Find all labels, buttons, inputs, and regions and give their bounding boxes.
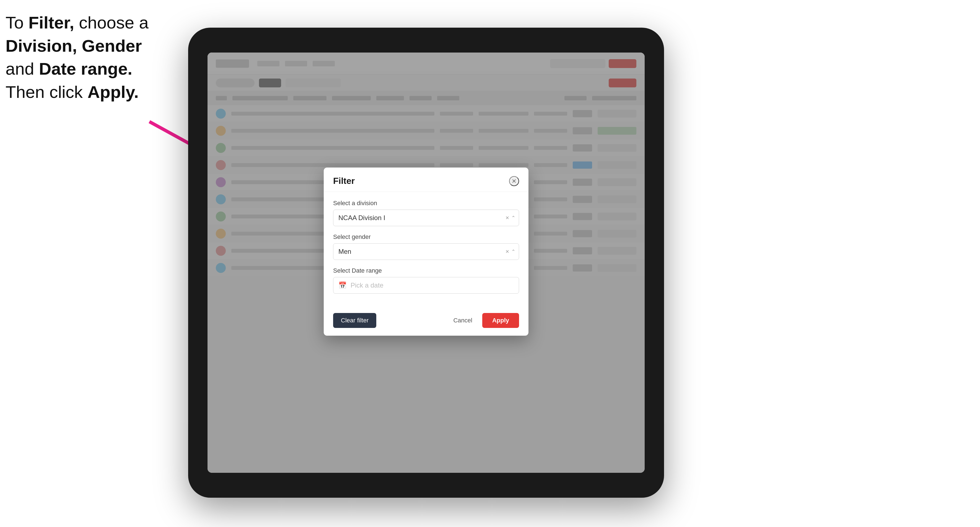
date-label: Select Date range xyxy=(333,267,519,274)
gender-form-group: Select gender Men × ⌃ xyxy=(333,233,519,260)
division-select[interactable]: NCAA Division I × ⌃ xyxy=(333,210,519,226)
division-label: Select a division xyxy=(333,200,519,207)
gender-select-icons: × ⌃ xyxy=(506,249,515,255)
division-form-group: Select a division NCAA Division I × ⌃ xyxy=(333,200,519,226)
modal-header: Filter × xyxy=(324,168,528,192)
division-select-icons: × ⌃ xyxy=(506,215,515,221)
annotation-bold-date: Date range. xyxy=(39,59,132,78)
modal-close-button[interactable]: × xyxy=(509,176,519,186)
tablet-screen: Filter × Select a division NCAA Division… xyxy=(207,52,645,473)
date-form-group: Select Date range 📅 Pick a date xyxy=(333,267,519,294)
division-clear-icon[interactable]: × xyxy=(506,215,509,221)
cancel-button[interactable]: Cancel xyxy=(448,313,477,328)
tablet-frame: Filter × Select a division NCAA Division… xyxy=(188,28,664,498)
gender-select-wrapper[interactable]: Men × ⌃ xyxy=(333,243,519,260)
apply-button[interactable]: Apply xyxy=(482,313,519,328)
date-input[interactable]: 📅 Pick a date xyxy=(333,277,519,294)
clear-filter-button[interactable]: Clear filter xyxy=(333,313,376,328)
annotation-bold-apply: Apply. xyxy=(88,83,138,102)
division-chevron-icon[interactable]: ⌃ xyxy=(511,215,515,221)
gender-chevron-icon[interactable]: ⌃ xyxy=(511,249,515,254)
division-value: NCAA Division I xyxy=(338,214,505,222)
gender-value: Men xyxy=(338,248,505,256)
gender-select[interactable]: Men × ⌃ xyxy=(333,243,519,260)
annotation-bold-filter: Filter, xyxy=(29,13,74,32)
calendar-icon: 📅 xyxy=(338,281,347,289)
annotation-line1: To Filter, choose aDivision, Genderand D… xyxy=(6,13,149,102)
footer-right-buttons: Cancel Apply xyxy=(448,313,519,328)
gender-clear-icon[interactable]: × xyxy=(506,249,509,255)
modal-title: Filter xyxy=(333,176,355,186)
modal-body: Select a division NCAA Division I × ⌃ xyxy=(324,192,528,309)
annotation-text: To Filter, choose aDivision, Genderand D… xyxy=(6,11,169,104)
modal-overlay: Filter × Select a division NCAA Division… xyxy=(207,52,645,473)
date-placeholder: Pick a date xyxy=(350,281,383,289)
division-select-wrapper[interactable]: NCAA Division I × ⌃ xyxy=(333,210,519,226)
annotation-bold-division-gender: Division, Gender xyxy=(6,36,142,55)
gender-label: Select gender xyxy=(333,233,519,241)
modal-footer: Clear filter Cancel Apply xyxy=(324,309,528,336)
filter-modal: Filter × Select a division NCAA Division… xyxy=(324,168,528,336)
